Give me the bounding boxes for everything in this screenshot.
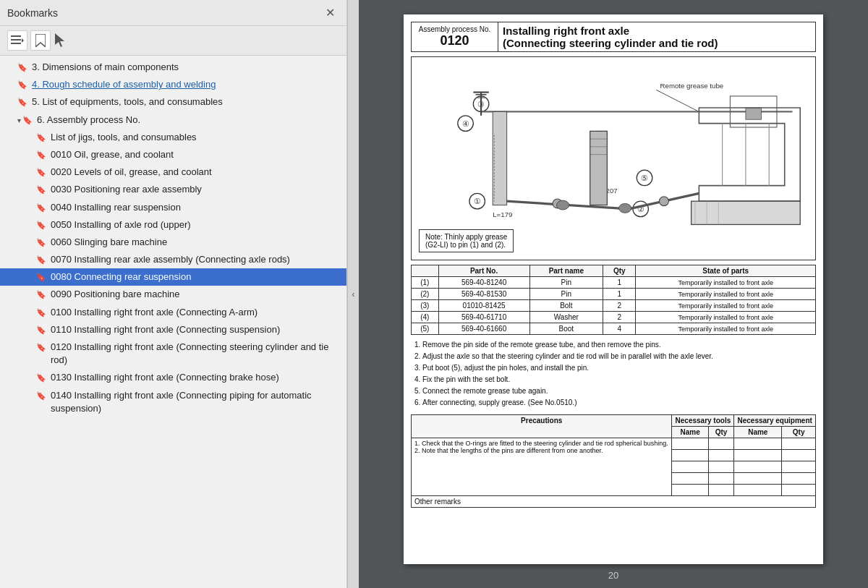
svg-rect-1 <box>11 39 21 41</box>
bookmark-flag-icon: 🔖 <box>17 80 27 90</box>
bookmark-item-0110[interactable]: 🔖 0110 Installing right front axle (Conn… <box>0 321 346 338</box>
bookmark-item-0040[interactable]: 🔖 0040 Installing rear suspension <box>0 199 346 216</box>
bookmark-item-0030[interactable]: 🔖 0030 Positioning rear axle assembly <box>0 181 346 198</box>
parts-col-state: State of parts <box>636 265 816 277</box>
bookmark-label: 0140 Installing right front axle (Connec… <box>51 389 341 415</box>
doc-header-table: Assembly process No. 0120 Installing rig… <box>411 22 816 52</box>
instruction-5: Connect the remote grease tube again. <box>422 385 816 397</box>
bookmark-item-0010[interactable]: 🔖 0010 Oil, grease, and coolant <box>0 146 346 163</box>
svg-text:Remote grease tube: Remote grease tube <box>660 82 724 90</box>
instruction-6: After connecting, supply grease. (See No… <box>422 397 816 409</box>
bookmark-flag-icon: 🔖 <box>36 203 46 213</box>
instruction-2: Adjust the axle so that the steering cyl… <box>422 351 816 362</box>
equip-name-header: Name <box>734 427 782 438</box>
bookmark-item-6[interactable]: ▾ 🔖 6. Assembly process No. <box>0 111 346 129</box>
tools-name-header: Name <box>672 427 708 438</box>
bookmark-item-0070[interactable]: 🔖 0070 Installing rear axle assembly (Co… <box>0 251 346 268</box>
bookmark-item-0130[interactable]: 🔖 0130 Installing right front axle (Conn… <box>0 369 346 386</box>
bookmark-label: 0100 Installing right front axle (Connec… <box>51 306 341 319</box>
parts-table-body: (1) 569-40-81240 Pin 1 Temporarily insta… <box>412 277 816 335</box>
bookmark-label: 4. Rough schedule of assembly and weldin… <box>32 78 341 91</box>
other-remarks-cell: Other remarks <box>412 496 816 508</box>
doc-title: Installing right front axle (Connecting … <box>498 22 816 52</box>
menu-icon-button[interactable] <box>7 30 27 51</box>
tools-qty-header: Qty <box>708 427 734 438</box>
bookmark-item-0100[interactable]: 🔖 0100 Installing right front axle (Conn… <box>0 304 346 321</box>
table-row: (2) 569-40-81530 Pin 1 Temporarily insta… <box>412 289 816 300</box>
bookmark-flag-icon: 🔖 <box>17 97 27 108</box>
svg-marker-5 <box>55 33 64 47</box>
bookmark-flag-icon: 🔖 <box>36 272 46 283</box>
bookmark-label: 0040 Installing rear suspension <box>51 201 341 214</box>
bookmark-label: 0010 Oil, grease, and coolant <box>51 148 341 161</box>
bookmarks-list: 🔖 3. Dimensions of main components 🔖 4. … <box>0 56 346 588</box>
table-row: (1) 569-40-81240 Pin 1 Temporarily insta… <box>412 277 816 289</box>
bookmark-label: 0070 Installing rear axle assembly (Conn… <box>51 253 341 266</box>
close-button[interactable]: ✕ <box>321 4 339 21</box>
bookmark-flag-icon: 🔖 <box>36 372 46 383</box>
bookmark-item-5[interactable]: 🔖 5. List of equipments, tools, and cons… <box>0 93 346 111</box>
svg-rect-35 <box>692 201 801 224</box>
expand-icon: ▾ <box>17 116 21 126</box>
bookmark-icon <box>35 34 46 47</box>
parts-table: Part No. Part name Qty State of parts (1… <box>411 265 816 335</box>
bookmark-label: 0090 Positioning bare machine <box>51 288 341 301</box>
list-icon <box>11 35 24 46</box>
bookmark-flag-icon: 🔖 <box>36 184 46 195</box>
svg-point-47 <box>556 200 569 210</box>
page-number: 20 <box>608 570 618 581</box>
svg-rect-26 <box>590 131 608 205</box>
instruction-4: Fix the pin with the set bolt. <box>422 374 816 385</box>
parts-col-qty: Qty <box>603 265 636 277</box>
svg-point-42 <box>659 197 668 206</box>
other-remarks-row: Other remarks <box>412 496 816 508</box>
panel-title: Bookmarks <box>7 7 58 19</box>
bookmark-item-0090[interactable]: 🔖 0090 Positioning bare machine <box>0 286 346 303</box>
table-row: (5) 569-40-61660 Boot 4 Temporarily inst… <box>412 323 816 335</box>
main-content: Assembly process No. 0120 Installing rig… <box>359 0 868 588</box>
bookmark-label: 0060 Slinging bare machine <box>51 236 341 249</box>
equip-qty-header: Qty <box>782 427 816 438</box>
bookmark-item-0120[interactable]: 🔖 0120 Installing right front axle (Conn… <box>0 338 346 369</box>
svg-text:L=179: L=179 <box>493 210 512 218</box>
panel-header: Bookmarks ✕ <box>0 0 346 26</box>
bookmark-item-4[interactable]: 🔖 4. Rough schedule of assembly and weld… <box>0 76 346 93</box>
table-row: (3) 01010-81425 Bolt 2 Temporarily insta… <box>412 300 816 312</box>
svg-marker-4 <box>35 34 46 47</box>
cursor-icon <box>55 33 67 48</box>
tools-header: Necessary tools <box>672 415 734 427</box>
bookmark-flag-icon: 🔖 <box>36 255 46 265</box>
bookmark-label: 0130 Installing right front axle (Connec… <box>51 371 341 384</box>
bookmark-item-list-jigs[interactable]: 🔖 List of jigs, tools, and consumables <box>0 129 346 146</box>
bookmark-item-3[interactable]: 🔖 3. Dimensions of main components <box>0 59 346 76</box>
bookmark-flag-icon: 🔖 <box>17 62 27 73</box>
svg-point-48 <box>619 203 631 213</box>
bookmark-icon-button[interactable] <box>30 30 51 51</box>
bookmark-link-4[interactable]: 4. Rough schedule of assembly and weldin… <box>32 79 216 90</box>
bookmark-flag-icon: 🔖 <box>36 307 46 318</box>
instructions-section: Remove the pin side of the remote grease… <box>411 339 816 409</box>
svg-text:⑤: ⑤ <box>641 174 648 182</box>
bookmark-label: List of jigs, tools, and consumables <box>51 131 341 144</box>
bookmark-label: 0080 Connecting rear suspension <box>51 270 341 284</box>
document-page: Assembly process No. 0120 Installing rig… <box>404 14 823 564</box>
diagram-note: Note: Thinly apply grease(G2-LI) to pin … <box>419 229 514 252</box>
panel-collapse-handle[interactable]: ‹ <box>347 0 359 588</box>
bookmark-flag-icon: 🔖 <box>36 391 46 401</box>
bottom-table-row: 1. Check that the O-rings are fitted to … <box>412 438 816 450</box>
cursor-indicator <box>55 30 67 51</box>
panel-toolbar <box>0 26 346 56</box>
bookmark-item-0140[interactable]: 🔖 0140 Installing right front axle (Conn… <box>0 387 346 417</box>
bookmark-label: 0110 Installing right front axle (Connec… <box>51 323 341 336</box>
bookmark-flag-icon: 🔖 <box>36 132 46 143</box>
bookmark-flag-icon: 🔖 <box>36 167 46 178</box>
svg-text:④: ④ <box>462 119 469 128</box>
svg-text:①: ① <box>474 197 481 205</box>
bookmark-item-0060[interactable]: 🔖 0060 Slinging bare machine <box>0 234 346 251</box>
bookmark-flag-icon: 🔖 <box>36 325 46 336</box>
bookmark-item-0080[interactable]: 🔖 0080 Connecting rear suspension <box>0 268 346 286</box>
bookmark-item-0020[interactable]: 🔖 0020 Levels of oil, grease, and coolan… <box>0 163 346 181</box>
precautions-header: Precautions <box>412 415 672 438</box>
bookmark-item-0050[interactable]: 🔖 0050 Installing of axle rod (upper) <box>0 216 346 234</box>
process-no-label: Assembly process No. <box>416 25 493 33</box>
